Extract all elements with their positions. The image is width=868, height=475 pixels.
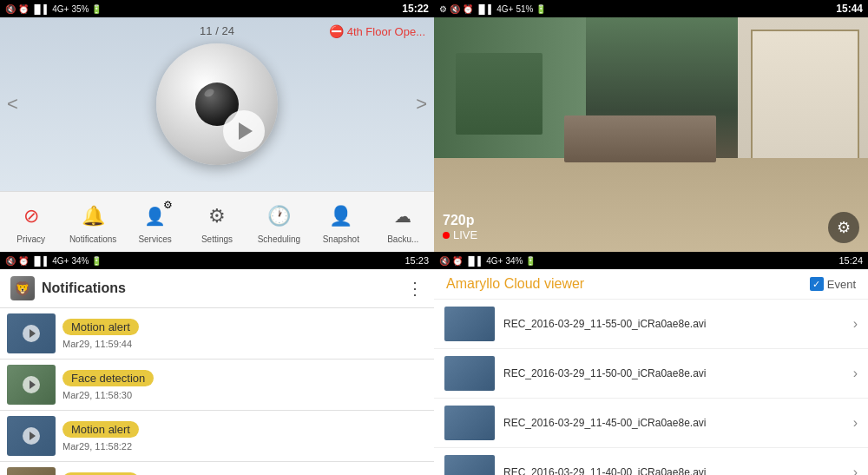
camera-name-label: 4th Floor Ope... <box>347 25 425 38</box>
mute-icon: 🔇 <box>5 4 16 14</box>
sofa-element <box>564 115 716 162</box>
battery-cloud: 34% <box>505 256 523 266</box>
thumb-play-triangle-3 <box>30 432 36 440</box>
stop-icon: ⛔ <box>329 24 344 38</box>
snapshot-camera-icon: 👤 <box>326 201 357 232</box>
notif-timestamp-1: Mar29, 11:59:44 <box>62 339 427 349</box>
clock-icon-right: ⏰ <box>463 4 473 14</box>
privacy-label: Privacy <box>16 234 45 244</box>
live-dot-icon <box>443 232 450 239</box>
network-cloud: 4G+ <box>486 256 503 266</box>
clock-icon-cloud: ⏰ <box>452 256 463 266</box>
camera-view-area: 11 / 24 ⛔ 4th Floor Ope... < > <box>0 17 434 191</box>
room-window <box>751 30 859 170</box>
battery-notif: 34% <box>71 256 89 266</box>
notif-timestamp-3: Mar29, 11:58:22 <box>62 441 427 452</box>
recording-filename-3: REC_2016-03-29_11-45-00_iCRa0ae8e.avi <box>503 417 845 429</box>
nav-item-snapshot[interactable]: 👤 Snapshot <box>310 201 372 244</box>
battery-icon: 🔋 <box>91 4 102 14</box>
video-background <box>434 17 868 252</box>
recording-item[interactable]: REC_2016-03-29_11-55-00_iCRa0ae8e.avi › <box>434 300 868 349</box>
mute-icon-cloud: 🔇 <box>439 256 450 266</box>
play-button[interactable] <box>223 110 265 152</box>
notification-item[interactable]: Motion alert Mar29, 11:58:22 <box>0 411 434 462</box>
mute-icon-right: 🔇 <box>450 4 460 14</box>
battery-label: 35% <box>71 4 89 14</box>
rec-arrow-icon-2: › <box>853 366 858 381</box>
cloud-status-bar: 🔇 ⏰ ▐▌▌ 4G+ 34% 🔋 15:24 <box>434 252 868 269</box>
recording-thumbnail <box>444 356 495 391</box>
play-triangle-icon <box>239 122 253 140</box>
cloud-status-icons: 🔇 ⏰ ▐▌▌ 4G+ 34% 🔋 <box>439 256 536 266</box>
bottom-nav: ⊘ Privacy 🔔 Notifications 👤 ⚙ Services ⚙… <box>0 191 434 252</box>
nav-item-settings[interactable]: ⚙ Settings <box>186 201 247 244</box>
rec-arrow-icon-1: › <box>853 316 858 332</box>
notifications-list: Motion alert Mar29, 11:59:44 Face detect… <box>0 308 434 475</box>
live-settings-button[interactable]: ⚙ <box>828 212 859 243</box>
clock-icon-notif: ⏰ <box>18 256 29 266</box>
live-video-feed: 720p LIVE ⚙ <box>434 17 868 252</box>
notif-thumbnail <box>7 313 56 353</box>
nav-item-notifications[interactable]: 🔔 Notifications <box>62 201 123 244</box>
thumb-bg-4 <box>7 467 56 475</box>
recording-filename-1: REC_2016-03-29_11-55-00_iCRa0ae8e.avi <box>503 318 845 330</box>
camera-ui-panel: 🔇 ⏰ ▐▌▌ 4G+ 35% 🔋 15:22 11 / 24 ⛔ 4th Fl… <box>0 0 434 252</box>
more-options-button[interactable]: ⋮ <box>406 278 424 299</box>
notif-content-1: Motion alert Mar29, 11:59:44 <box>62 319 427 349</box>
checkbox-icon: ✓ <box>810 277 824 291</box>
snapshot-label: Snapshot <box>323 234 359 244</box>
notif-content-3: Motion alert Mar29, 11:58:22 <box>62 421 427 452</box>
backup-icon: ☁ <box>387 201 418 232</box>
thumb-play-btn <box>23 325 40 342</box>
notif-timestamp-2: Mar29, 11:58:30 <box>62 390 427 400</box>
cloud-header: Amaryllo Cloud viewer ✓ Event <box>434 269 868 300</box>
event-label: Event <box>827 278 856 291</box>
signal-icon-notif: ▐▌▌ <box>31 256 49 266</box>
live-settings-gear-icon: ⚙ <box>837 218 851 237</box>
mute-icon-notif: 🔇 <box>5 256 16 266</box>
recording-item[interactable]: REC_2016-03-29_11-40-00_iCRa0ae8e.avi › <box>434 448 868 475</box>
recording-item[interactable]: REC_2016-03-29_11-45-00_iCRa0ae8e.avi › <box>434 399 868 448</box>
signal-icon-cloud: ▐▌▌ <box>465 256 483 266</box>
recording-filename-4: REC_2016-03-29_11-40-00_iCRa0ae8e.avi <box>503 466 845 475</box>
status-bar-right: ⚙ 🔇 ⏰ ▐▌▌ 4G+ 51% 🔋 15:44 <box>434 0 868 17</box>
furniture-element <box>456 53 542 135</box>
live-badge: 720p LIVE <box>443 213 477 241</box>
notifications-panel: 🔇 ⏰ ▐▌▌ 4G+ 34% 🔋 15:23 🦁 Notifications … <box>0 252 434 475</box>
time-icon: ⏰ <box>18 4 29 14</box>
thumb-play-btn-3 <box>23 427 40 445</box>
cloud-viewer-title: Amaryllo Cloud viewer <box>446 276 584 292</box>
rec-thumb-bg-2 <box>444 356 495 391</box>
nav-item-services[interactable]: 👤 ⚙ Services <box>124 201 186 244</box>
notification-item[interactable]: Face detection Mar29, 11:58:30 <box>0 360 434 411</box>
rec-thumb-bg-1 <box>444 307 495 341</box>
recording-thumbnail <box>444 307 495 341</box>
rec-arrow-icon-4: › <box>853 465 858 475</box>
recording-item[interactable]: REC_2016-03-29_11-50-00_iCRa0ae8e.avi › <box>434 349 868 399</box>
nav-item-scheduling[interactable]: 🕐 Scheduling <box>248 201 310 244</box>
network-label: 4G+ <box>52 4 69 14</box>
prev-camera-button[interactable]: < <box>7 93 18 115</box>
nav-item-privacy[interactable]: ⊘ Privacy <box>0 201 62 244</box>
notification-item[interactable]: Motion alert Mar29, 11:59:44 <box>0 308 434 360</box>
event-filter-checkbox[interactable]: ✓ Event <box>810 277 856 291</box>
nav-item-backup[interactable]: ☁ Backu... <box>372 201 434 244</box>
backup-label: Backu... <box>387 234 418 244</box>
camera-title: ⛔ 4th Floor Ope... <box>329 24 425 38</box>
camera-orb <box>156 43 278 165</box>
next-camera-button[interactable]: > <box>416 93 427 115</box>
camera-counter: 11 / 24 <box>200 24 234 37</box>
recording-thumbnail <box>444 455 495 475</box>
rec-thumb-bg-4 <box>444 455 495 475</box>
time-display-left: 15:22 <box>402 3 429 15</box>
face-detection-tag: Face detection <box>62 370 154 386</box>
room-floor <box>434 158 868 252</box>
privacy-icon: ⊘ <box>16 201 47 232</box>
battery-icon-notif: 🔋 <box>91 256 102 266</box>
signal-icon-right: ▐▌▌ <box>476 4 494 14</box>
thumb-play-btn-2 <box>23 376 40 393</box>
motion-alert-tag-2: Motion alert <box>62 421 139 438</box>
time-notif: 15:23 <box>404 255 429 266</box>
notification-item[interactable]: Motion alert Mar29, 11:57:00 <box>0 462 434 475</box>
recording-thumbnail <box>444 406 495 440</box>
